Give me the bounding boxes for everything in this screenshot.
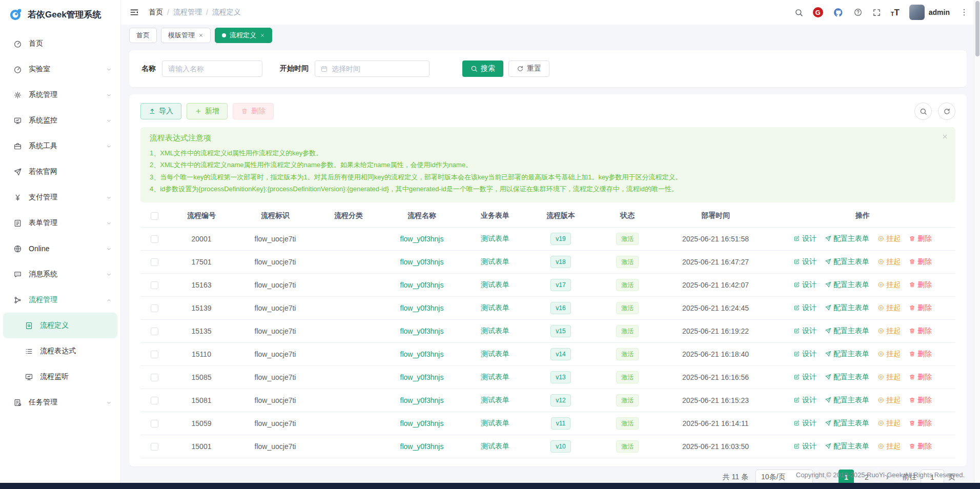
action-config-form[interactable]: 配置主表单 xyxy=(825,280,869,290)
cell-business-form[interactable]: 测试表单 xyxy=(462,365,528,389)
action-design[interactable]: 设计 xyxy=(793,234,816,243)
action-design[interactable]: 设计 xyxy=(793,373,816,382)
fullscreen-icon[interactable] xyxy=(872,8,881,17)
action-config-form[interactable]: 配置主表单 xyxy=(825,303,869,313)
action-design[interactable]: 设计 xyxy=(793,280,816,290)
sidebar-item-message[interactable]: 消息系统 xyxy=(0,261,120,287)
action-design[interactable]: 设计 xyxy=(793,350,816,359)
tab-procdef[interactable]: 流程定义 xyxy=(215,28,272,43)
logo[interactable]: 若依Geek管理系统 xyxy=(0,0,120,29)
start-time-input[interactable] xyxy=(332,65,424,73)
action-config-form[interactable]: 配置主表单 xyxy=(825,396,869,405)
action-config-form[interactable]: 配置主表单 xyxy=(825,442,869,451)
action-design[interactable]: 设计 xyxy=(793,442,816,451)
sidebar-item-home[interactable]: 首页 xyxy=(0,31,120,56)
cell-process-name[interactable]: flow_y0f3hnjs xyxy=(381,435,462,458)
sidebar-item-website[interactable]: 若依官网 xyxy=(0,159,120,185)
action-suspend[interactable]: 挂起 xyxy=(877,303,901,313)
start-time-picker[interactable] xyxy=(315,60,430,77)
action-delete[interactable]: 删除 xyxy=(909,442,932,451)
action-config-form[interactable]: 配置主表单 xyxy=(825,327,869,336)
row-checkbox[interactable] xyxy=(151,443,158,451)
import-button[interactable]: 导入 xyxy=(140,103,181,119)
action-suspend[interactable]: 挂起 xyxy=(877,257,901,267)
sidebar-item-task[interactable]: 任务管理 xyxy=(0,390,120,415)
row-checkbox[interactable] xyxy=(151,328,158,335)
tab-template[interactable]: 模版管理 xyxy=(161,28,211,43)
row-checkbox[interactable] xyxy=(151,304,158,312)
action-delete[interactable]: 删除 xyxy=(909,234,932,243)
tab-home[interactable]: 首页 xyxy=(129,28,157,43)
action-suspend[interactable]: 挂起 xyxy=(877,373,901,382)
cell-process-name[interactable]: flow_y0f3hnjs xyxy=(381,412,462,435)
cell-process-name[interactable]: flow_y0f3hnjs xyxy=(381,365,462,389)
action-design[interactable]: 设计 xyxy=(793,257,816,267)
action-delete[interactable]: 删除 xyxy=(909,396,932,405)
close-icon[interactable] xyxy=(942,133,948,140)
action-delete[interactable]: 删除 xyxy=(909,280,932,290)
sidebar-item-form[interactable]: 表单管理 xyxy=(0,210,120,236)
row-checkbox[interactable] xyxy=(151,281,158,289)
action-design[interactable]: 设计 xyxy=(793,303,816,313)
cell-process-name[interactable]: flow_y0f3hnjs xyxy=(381,250,462,273)
action-delete[interactable]: 删除 xyxy=(909,373,932,382)
row-checkbox[interactable] xyxy=(151,258,158,266)
cell-business-form[interactable]: 测试表单 xyxy=(462,227,528,250)
cell-business-form[interactable]: 测试表单 xyxy=(462,389,528,412)
action-suspend[interactable]: 挂起 xyxy=(877,350,901,359)
cell-business-form[interactable]: 测试表单 xyxy=(462,273,528,296)
sidebar-item-procdef[interactable]: 流程定义 xyxy=(3,313,117,338)
close-tab-icon[interactable] xyxy=(260,33,265,38)
sidebar-item-system[interactable]: 系统管理 xyxy=(0,82,120,108)
gitee-icon[interactable]: G xyxy=(813,7,823,17)
cell-business-form[interactable]: 测试表单 xyxy=(462,296,528,319)
action-delete[interactable]: 删除 xyxy=(909,303,932,313)
sidebar-item-expression[interactable]: 流程表达式 xyxy=(0,338,120,364)
action-config-form[interactable]: 配置主表单 xyxy=(825,234,869,243)
close-tab-icon[interactable] xyxy=(198,33,203,38)
scrollbar-thumb[interactable] xyxy=(975,1,979,56)
reset-button[interactable]: 重置 xyxy=(508,60,549,77)
cell-process-name[interactable]: flow_y0f3hnjs xyxy=(381,342,462,365)
font-size-icon[interactable]: TT xyxy=(891,8,900,17)
cell-business-form[interactable]: 测试表单 xyxy=(462,435,528,458)
vertical-scrollbar[interactable] xyxy=(974,0,980,483)
sidebar-item-flowable[interactable]: 流程管理 xyxy=(0,287,120,313)
action-suspend[interactable]: 挂起 xyxy=(877,419,901,428)
more-options-icon[interactable] xyxy=(959,8,969,17)
collapse-sidebar-icon[interactable] xyxy=(129,7,139,17)
sidebar-item-lab[interactable]: 实验室 xyxy=(0,56,120,82)
action-config-form[interactable]: 配置主表单 xyxy=(825,350,869,359)
name-input[interactable] xyxy=(162,60,262,77)
action-design[interactable]: 设计 xyxy=(793,419,816,428)
search-button[interactable]: 搜索 xyxy=(462,60,503,77)
action-delete[interactable]: 删除 xyxy=(909,350,932,359)
cell-business-form[interactable]: 测试表单 xyxy=(462,250,528,273)
cell-process-name[interactable]: flow_y0f3hnjs xyxy=(381,227,462,250)
sidebar-item-listener[interactable]: 流程监听 xyxy=(0,364,120,390)
row-checkbox[interactable] xyxy=(151,351,158,358)
action-delete[interactable]: 删除 xyxy=(909,257,932,267)
row-checkbox[interactable] xyxy=(151,235,158,243)
row-checkbox[interactable] xyxy=(151,397,158,404)
help-icon[interactable] xyxy=(853,8,863,17)
action-suspend[interactable]: 挂起 xyxy=(877,396,901,405)
sidebar-item-online[interactable]: Online xyxy=(0,236,120,261)
sidebar-item-monitor[interactable]: 系统监控 xyxy=(0,108,120,133)
row-checkbox[interactable] xyxy=(151,420,158,427)
action-suspend[interactable]: 挂起 xyxy=(877,280,901,290)
action-config-form[interactable]: 配置主表单 xyxy=(825,373,869,382)
sidebar-item-tool[interactable]: 系统工具 xyxy=(0,133,120,159)
cell-process-name[interactable]: flow_y0f3hnjs xyxy=(381,389,462,412)
sidebar-item-pay[interactable]: 支付管理 xyxy=(0,185,120,210)
row-checkbox[interactable] xyxy=(151,374,158,381)
cell-process-name[interactable]: flow_y0f3hnjs xyxy=(381,273,462,296)
breadcrumb-item[interactable]: 首页 xyxy=(149,8,163,17)
action-config-form[interactable]: 配置主表单 xyxy=(825,419,869,428)
add-button[interactable]: 新增 xyxy=(187,103,228,119)
cell-process-name[interactable]: flow_y0f3hnjs xyxy=(381,296,462,319)
search-icon[interactable] xyxy=(794,8,803,17)
action-suspend[interactable]: 挂起 xyxy=(877,234,901,243)
action-delete[interactable]: 删除 xyxy=(909,419,932,428)
github-icon[interactable] xyxy=(833,7,844,18)
